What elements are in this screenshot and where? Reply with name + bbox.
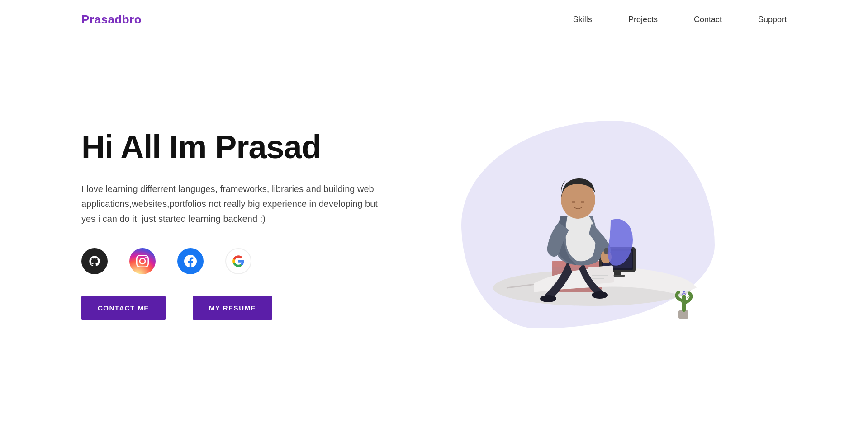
svg-point-19 xyxy=(581,201,584,203)
hero-title: Hi All Im Prasad xyxy=(81,129,389,165)
github-icon[interactable] xyxy=(81,248,108,274)
facebook-icon[interactable] xyxy=(177,248,204,274)
hero-buttons: CONTACT ME MY RESUME xyxy=(81,296,389,320)
hero-illustration: ✦ xyxy=(389,89,787,360)
logo[interactable]: Prasadbro xyxy=(81,13,142,27)
navbar: Prasadbro Skills Projects Contact Suppor… xyxy=(0,0,868,39)
social-icons-row xyxy=(81,248,389,274)
hero-description: I love learning differrent languges, fra… xyxy=(81,182,389,226)
svg-text:✦: ✦ xyxy=(682,289,686,294)
google-icon[interactable] xyxy=(225,248,251,274)
svg-point-12 xyxy=(540,295,556,302)
developer-illustration: ✦ xyxy=(461,107,715,342)
hero-content: Hi All Im Prasad I love learning differr… xyxy=(81,129,389,319)
instagram-icon[interactable] xyxy=(129,248,156,274)
svg-line-24 xyxy=(687,296,689,298)
my-resume-button[interactable]: MY RESUME xyxy=(193,296,272,320)
svg-point-18 xyxy=(572,201,575,203)
nav-support[interactable]: Support xyxy=(758,15,787,24)
contact-me-button[interactable]: CONTACT ME xyxy=(81,296,166,320)
nav-projects[interactable]: Projects xyxy=(628,15,658,24)
nav-contact[interactable]: Contact xyxy=(694,15,722,24)
hero-section: Hi All Im Prasad I love learning differr… xyxy=(0,39,868,410)
nav-links: Skills Projects Contact Support xyxy=(573,15,787,24)
svg-point-13 xyxy=(592,291,608,299)
nav-skills[interactable]: Skills xyxy=(573,15,592,24)
